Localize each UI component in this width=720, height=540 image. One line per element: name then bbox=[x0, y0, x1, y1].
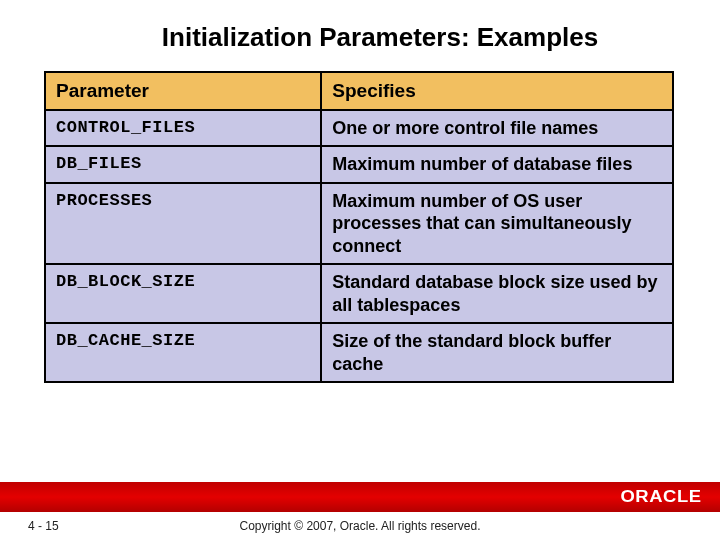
brand-bar: ORACLE bbox=[0, 482, 720, 512]
param-name: DB_CACHE_SIZE bbox=[45, 323, 321, 382]
page-title: Initialization Parameters: Examples bbox=[80, 22, 680, 53]
table-row: DB_BLOCK_SIZE Standard database block si… bbox=[45, 264, 673, 323]
param-name: DB_FILES bbox=[45, 146, 321, 183]
col-header-parameter: Parameter bbox=[45, 72, 321, 110]
oracle-logo: ORACLE bbox=[621, 488, 702, 506]
table-row: PROCESSES Maximum number of OS user proc… bbox=[45, 183, 673, 265]
subfooter: 4 - 15 Copyright © 2007, Oracle. All rig… bbox=[0, 512, 720, 540]
page-number: 4 - 15 bbox=[0, 519, 80, 533]
table-row: DB_CACHE_SIZE Size of the standard block… bbox=[45, 323, 673, 382]
table-header-row: Parameter Specifies bbox=[45, 72, 673, 110]
slide: Initialization Parameters: Examples Para… bbox=[0, 0, 720, 540]
param-name: CONTROL_FILES bbox=[45, 110, 321, 147]
table-row: DB_FILES Maximum number of database file… bbox=[45, 146, 673, 183]
table-row: CONTROL_FILES One or more control file n… bbox=[45, 110, 673, 147]
parameters-table: Parameter Specifies CONTROL_FILES One or… bbox=[44, 71, 674, 383]
param-name: PROCESSES bbox=[45, 183, 321, 265]
param-spec: Maximum number of database files bbox=[321, 146, 673, 183]
copyright-text: Copyright © 2007, Oracle. All rights res… bbox=[80, 519, 720, 533]
param-spec: One or more control file names bbox=[321, 110, 673, 147]
param-name: DB_BLOCK_SIZE bbox=[45, 264, 321, 323]
param-spec: Size of the standard block buffer cache bbox=[321, 323, 673, 382]
param-spec: Maximum number of OS user processes that… bbox=[321, 183, 673, 265]
footer: ORACLE 4 - 15 Copyright © 2007, Oracle. … bbox=[0, 482, 720, 540]
param-spec: Standard database block size used by all… bbox=[321, 264, 673, 323]
col-header-specifies: Specifies bbox=[321, 72, 673, 110]
